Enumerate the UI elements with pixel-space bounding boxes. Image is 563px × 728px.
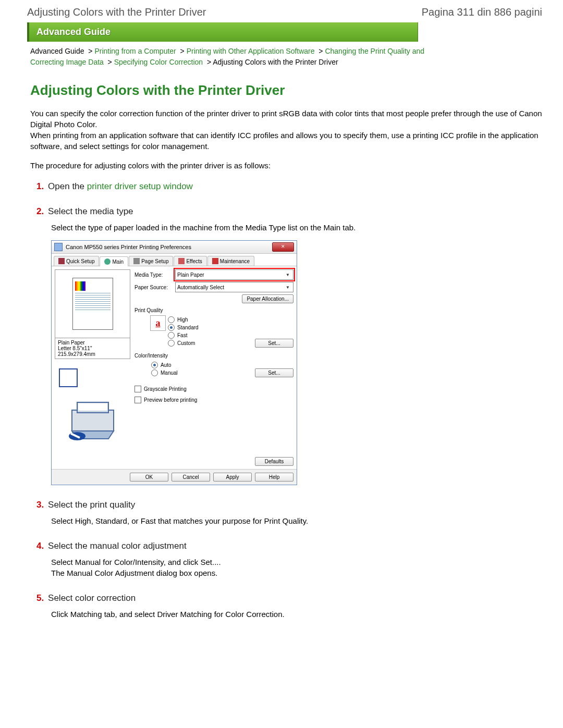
step-body: Click Matching tab, and select Driver Ma… xyxy=(51,609,542,620)
tab-main[interactable]: Main xyxy=(100,256,128,266)
defaults-button[interactable]: Defaults xyxy=(255,457,293,466)
quality-high-radio[interactable] xyxy=(168,316,175,323)
paper-allocation-button[interactable]: Paper Allocation... xyxy=(242,294,293,303)
help-button[interactable]: Help xyxy=(255,473,293,482)
color-set-button[interactable]: Set... xyxy=(255,368,293,377)
breadcrumb-link[interactable]: Printing with Other Application Software xyxy=(187,47,315,55)
quality-standard-radio[interactable] xyxy=(168,324,175,331)
tab-quick-setup[interactable]: Quick Setup xyxy=(54,256,99,266)
page-title: Adjusting Colors with the Printer Driver xyxy=(27,6,206,18)
color-manual-radio[interactable] xyxy=(151,369,158,376)
quality-fast-radio[interactable] xyxy=(168,332,175,339)
intro-paragraph: You can specify the color correction fun… xyxy=(30,108,542,152)
breadcrumb-item: Advanced Guide xyxy=(30,47,84,55)
media-type-select[interactable]: Plain Paper▼ xyxy=(175,269,293,280)
page-preview xyxy=(55,269,130,338)
step-body: Select the type of paper loaded in the m… xyxy=(51,222,542,233)
apply-button[interactable]: Apply xyxy=(213,473,252,482)
paper-source-label: Paper Source: xyxy=(134,285,175,290)
page-counter: Pagina 311 din 886 pagini xyxy=(422,6,542,18)
maintenance-icon xyxy=(212,258,218,264)
app-icon xyxy=(54,243,63,251)
main-heading: Adjusting Colors with the Printer Driver xyxy=(30,82,542,98)
step-body: Select High, Standard, or Fast that matc… xyxy=(51,515,542,526)
quick-setup-icon xyxy=(58,258,65,264)
quality-icon: a xyxy=(150,315,166,331)
step-number: 3. xyxy=(36,500,44,510)
step-title: Select the media type xyxy=(48,206,133,216)
printer-illustration xyxy=(55,391,130,445)
breadcrumb-current: Adjusting Colors with the Printer Driver xyxy=(213,58,338,66)
step-number: 4. xyxy=(36,541,44,551)
step-body: Select Manual for Color/Intensity, and c… xyxy=(51,557,542,578)
color-intensity-label: Color/Intensity xyxy=(134,353,293,359)
preview-checkbox[interactable] xyxy=(134,397,141,403)
step-number: 5. xyxy=(36,593,44,603)
tab-effects[interactable]: Effects xyxy=(174,256,206,266)
preview-caption: Plain Paper Letter 8.5"x11" 215.9x279.4m… xyxy=(55,338,130,359)
breadcrumb-link[interactable]: Specifying Color Correction xyxy=(114,58,203,66)
paper-source-select[interactable]: Automatically Select▼ xyxy=(175,282,293,292)
quality-set-button[interactable]: Set... xyxy=(255,339,293,348)
chevron-down-icon: ▼ xyxy=(284,285,291,290)
cancel-button[interactable]: Cancel xyxy=(172,473,210,482)
effects-icon xyxy=(178,258,185,264)
dialog-title: Canon MP550 series Printer Printing Pref… xyxy=(66,244,272,250)
step-title: Select the manual color adjustment xyxy=(48,541,187,551)
color-preview xyxy=(59,368,78,387)
breadcrumb: Advanced Guide > Printing from a Compute… xyxy=(27,42,445,71)
svg-rect-2 xyxy=(78,403,107,411)
step-title: Select the print quality xyxy=(48,500,135,510)
chevron-down-icon: ▼ xyxy=(284,273,291,277)
media-type-label: Media Type: xyxy=(134,272,175,278)
printer-driver-link[interactable]: printer driver setup window xyxy=(87,181,193,191)
step-number: 1. xyxy=(36,181,44,191)
page-setup-icon xyxy=(133,258,140,264)
color-auto-radio[interactable] xyxy=(151,362,158,368)
step-title: Select color correction xyxy=(48,593,136,603)
procedure-intro: The procedure for adjusting colors with … xyxy=(30,161,542,170)
print-quality-label: Print Quality xyxy=(134,307,293,313)
guide-banner: Advanced Guide xyxy=(27,22,418,42)
quality-custom-radio[interactable] xyxy=(168,340,175,347)
tab-maintenance[interactable]: Maintenance xyxy=(207,256,254,266)
main-icon xyxy=(104,258,111,265)
breadcrumb-link[interactable]: Printing from a Computer xyxy=(94,47,176,55)
grayscale-checkbox[interactable] xyxy=(134,386,141,392)
tab-page-setup[interactable]: Page Setup xyxy=(129,256,173,266)
printing-preferences-dialog: Canon MP550 series Printer Printing Pref… xyxy=(51,240,297,485)
step-number: 2. xyxy=(36,206,44,216)
close-button[interactable]: ✕ xyxy=(272,242,294,252)
ok-button[interactable]: OK xyxy=(130,473,168,482)
